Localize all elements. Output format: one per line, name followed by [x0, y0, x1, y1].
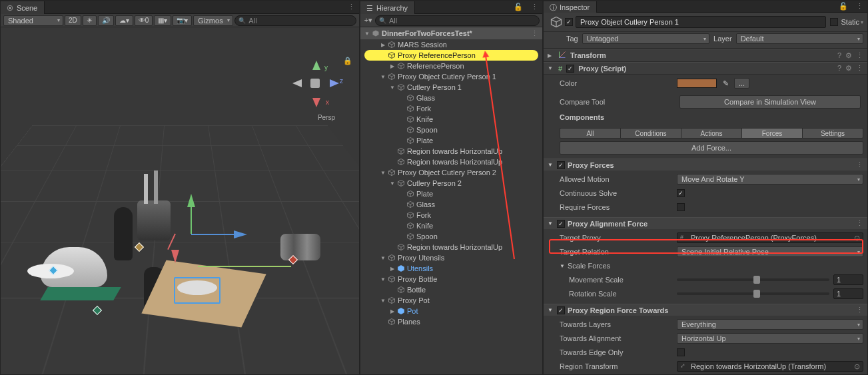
shading-dropdown[interactable]: Shaded — [3, 15, 63, 26]
tag-dropdown[interactable]: Untagged — [582, 33, 709, 44]
hierarchy-row[interactable]: ▼Proxy Bottle — [360, 274, 542, 284]
fx-icon[interactable]: ☁▾ — [115, 15, 133, 26]
orientation-gizmo[interactable]: yzx — [292, 61, 339, 107]
lock-icon[interactable]: 🔒 — [343, 57, 351, 66]
expand-arrow[interactable]: ▶ — [379, 42, 387, 48]
camera-icon[interactable]: 📷▾ — [173, 15, 192, 26]
gizmos-dropdown[interactable]: Gizmos — [193, 15, 233, 26]
light-icon[interactable]: ☀ — [83, 15, 97, 26]
hierarchy-row[interactable]: Fork — [360, 103, 542, 114]
hierarchy-row[interactable]: Spoon — [360, 231, 542, 242]
hierarchy-row[interactable]: Bottle — [360, 284, 542, 295]
hierarchy-row[interactable]: ▼Proxy Object Cutlery Person 2 — [360, 167, 542, 178]
towards-alignment-dropdown[interactable]: Horizontal Up — [677, 333, 863, 344]
hierarchy-row[interactable]: Spoon — [360, 125, 542, 135]
hierarchy-row[interactable]: ▶Pot — [360, 306, 542, 316]
audio-icon[interactable]: 🔊 — [98, 15, 114, 26]
hierarchy-row[interactable]: Knife — [360, 114, 542, 125]
expand-arrow[interactable]: ▼ — [379, 298, 387, 304]
hierarchy-row[interactable]: Planes — [360, 316, 542, 327]
hierarchy-row[interactable]: ▼Cutlery Person 1 — [360, 82, 542, 93]
expand-arrow[interactable]: ▼ — [388, 181, 396, 187]
hierarchy-panel-menu[interactable]: ⋮ — [527, 1, 542, 13]
help-icon[interactable]: ? — [837, 64, 841, 73]
hierarchy-row[interactable]: Proxy ReferencePerson — [364, 50, 538, 61]
component-tab-all[interactable]: All — [560, 128, 620, 139]
expand-arrow[interactable]: ▶ — [388, 308, 396, 314]
target-relation-dropdown[interactable]: Scene Initial Relative Pose — [677, 246, 863, 257]
grid-icon[interactable]: ▦▾ — [154, 15, 171, 26]
color-swatch[interactable] — [677, 79, 717, 88]
inspector-panel-menu[interactable]: ⋮ — [852, 1, 867, 12]
expand-arrow[interactable]: ▼ — [379, 74, 387, 80]
hierarchy-row[interactable]: Plate — [360, 135, 542, 146]
hierarchy-row[interactable]: ▼Proxy Utensils — [360, 252, 542, 263]
transform-component-header[interactable]: ▶ Transform ?⚙⋮ — [544, 49, 867, 62]
expand-arrow[interactable]: ▼ — [388, 85, 396, 91]
static-checkbox[interactable] — [830, 18, 838, 26]
proxy-forces-header[interactable]: ▼✓ Proxy Forces ⋮ — [544, 159, 867, 171]
menu-icon[interactable]: ⋮ — [856, 64, 863, 73]
scene-viewport[interactable]: yzx 🔒 Persp — [1, 27, 359, 374]
expand-arrow[interactable]: ▼ — [379, 255, 387, 261]
hierarchy-row[interactable]: ▶MARS Session — [360, 39, 542, 50]
rotation-slider[interactable] — [677, 292, 829, 295]
movement-slider[interactable] — [677, 278, 829, 281]
towards-layers-dropdown[interactable]: Everything — [677, 319, 863, 330]
add-force-button[interactable]: Add Force... — [560, 141, 863, 155]
hierarchy-row[interactable]: Fork — [360, 210, 542, 220]
towards-edge-checkbox[interactable] — [677, 348, 685, 356]
hierarchy-row[interactable]: ▼Proxy Pot — [360, 295, 542, 306]
component-tab-conditions[interactable]: Conditions — [620, 128, 681, 139]
hierarchy-row[interactable]: ▶ReferencePerson — [360, 61, 542, 71]
inspector-lock[interactable]: 🔓 — [835, 1, 852, 12]
compare-button[interactable]: Compare in Simulation View — [679, 95, 861, 109]
active-checkbox[interactable] — [565, 18, 573, 26]
object-name-field[interactable]: Proxy Object Cutlery Person 1 — [576, 16, 826, 28]
expand-arrow[interactable]: ▶ — [388, 63, 396, 69]
hidden-icon[interactable]: 👁0 — [135, 15, 153, 26]
hierarchy-row[interactable]: Knife — [360, 220, 542, 231]
scene-search[interactable]: All — [234, 15, 356, 26]
inspector-tab[interactable]: ⓘ Inspector — [544, 1, 597, 13]
component-tab-settings[interactable]: Settings — [802, 128, 863, 139]
hierarchy-create-button[interactable]: +▾ — [363, 16, 374, 25]
eyedropper-icon[interactable]: ✎ — [721, 79, 730, 88]
preset-icon[interactable]: ⚙ — [845, 51, 852, 60]
hierarchy-row[interactable]: Glass — [360, 199, 542, 210]
scale-forces-label[interactable]: ▼Scale Forces — [560, 262, 673, 270]
help-icon[interactable]: ? — [837, 51, 841, 60]
hierarchy-row[interactable]: Region towards HorizontalUp — [360, 157, 542, 167]
allowed-motion-dropdown[interactable]: Move And Rotate Y — [677, 174, 863, 185]
region-transform-field[interactable]: ⤢Region towards HorizontalUp (Transform) — [677, 361, 863, 372]
component-tab-forces[interactable]: Forces — [741, 128, 802, 139]
preset-icon[interactable]: ⚙ — [845, 64, 852, 73]
hierarchy-row[interactable]: ▼Cutlery Person 2 — [360, 178, 542, 188]
proxy-enabled-checkbox[interactable] — [566, 65, 574, 73]
hierarchy-row[interactable]: ▶Utensils — [360, 263, 542, 274]
hierarchy-row[interactable]: Region towards HorizontalUp — [360, 146, 542, 157]
color-more-button[interactable]: ... — [734, 78, 749, 89]
expand-arrow[interactable]: ▶ — [388, 266, 396, 272]
2d-toggle[interactable]: 2D — [65, 15, 81, 26]
movement-value-field[interactable]: 1 — [833, 274, 863, 285]
hierarchy-row[interactable]: Glass — [360, 93, 542, 103]
hierarchy-row[interactable]: Region towards HorizontalUp — [360, 242, 542, 252]
target-proxy-field[interactable]: #Proxy ReferencePerson (ProxyForces) — [677, 232, 863, 243]
hierarchy-tab[interactable]: ☰ Hierarchy — [360, 1, 415, 14]
hierarchy-row[interactable]: Plate — [360, 188, 542, 199]
scene-panel-menu[interactable]: ⋮ — [344, 1, 359, 13]
proxy-component-header[interactable]: ▼ # Proxy (Script) ?⚙⋮ — [544, 62, 867, 75]
expand-arrow[interactable]: ▼ — [379, 170, 387, 176]
require-forces-checkbox[interactable] — [677, 203, 685, 211]
hierarchy-lock[interactable]: 🔓 — [510, 1, 527, 13]
proxy-alignment-header[interactable]: ▼✓ Proxy Alignment Force ⋮ — [544, 217, 867, 229]
rotation-value-field[interactable]: 1 — [833, 288, 863, 299]
continuous-solve-checkbox[interactable] — [677, 189, 685, 197]
layer-dropdown[interactable]: Default — [736, 33, 863, 44]
scene-root-row[interactable]: ▼ DinnerForTwoForcesTest* ⋮ — [360, 27, 542, 39]
component-tab-actions[interactable]: Actions — [681, 128, 741, 139]
expand-arrow[interactable]: ▼ — [379, 276, 387, 282]
scene-tab[interactable]: Scene — [1, 1, 45, 14]
hierarchy-row[interactable]: ▼Proxy Object Cutlery Person 1 — [360, 71, 542, 82]
